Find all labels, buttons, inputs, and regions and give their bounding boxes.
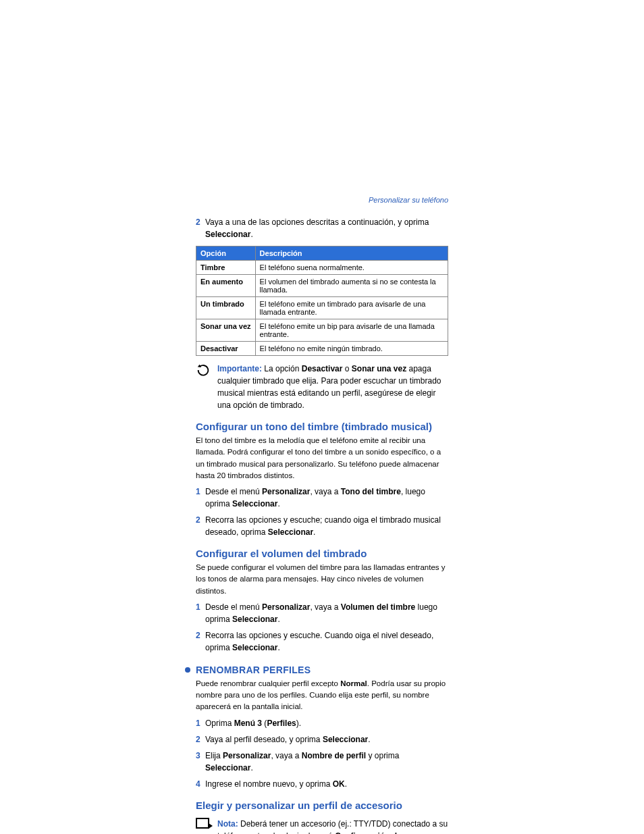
step: 4Ingrese el nombre nuevo, y oprima OK. <box>196 778 448 790</box>
step: 2Recorra las opciones y escuche. Cuando … <box>196 629 448 654</box>
step-text: Vaya a una de las opciones descritas a c… <box>205 216 448 240</box>
table-row: Sonar una vezEl teléfono emite un bip pa… <box>196 319 448 342</box>
heading-tono-timbre: Configurar un tono del timbre (timbrado … <box>196 421 448 432</box>
th-description: Descripción <box>255 246 448 261</box>
paragraph: El tono del timbre es la melodía que el … <box>196 435 448 481</box>
step-intro: 2 Vaya a una de las opciones descritas a… <box>196 216 448 240</box>
step: 3Elija Personalizar, vaya a Nombre de pe… <box>196 750 448 774</box>
paragraph: Puede renombrar cualquier perfil excepto… <box>196 678 448 713</box>
step: 1Desde el menú Personalizar, vaya a Volu… <box>196 601 448 625</box>
important-callout: Importante: La opción Desactivar o Sonar… <box>196 363 448 411</box>
table-row: En aumentoEl volumen del timbrado aument… <box>196 275 448 297</box>
breadcrumb: Personalizar su teléfono <box>196 196 448 204</box>
important-label: Importante: <box>217 364 264 373</box>
th-option: Opción <box>196 246 256 261</box>
svg-rect-0 <box>196 818 209 828</box>
table-row: TimbreEl teléfono suena normalmente. <box>196 261 448 275</box>
note-icon <box>196 818 217 835</box>
paragraph: Se puede configurar el volumen del timbr… <box>196 562 448 597</box>
section-heading-renombrar: RENOMBRAR PERFILES <box>196 664 448 675</box>
bullet-icon <box>185 667 190 673</box>
note-callout: Nota: Deberá tener un accesorio (ej.: TT… <box>196 818 448 835</box>
heading-perfil-accesorio: Elegir y personalizar un perfil de acces… <box>196 800 448 811</box>
heading-volumen-timbrado: Configurar el volumen del timbrado <box>196 548 448 559</box>
table-row: Un timbradoEl teléfono emite un timbrado… <box>196 297 448 319</box>
step: 1Oprima Menú 3 (Perfiles). <box>196 717 448 729</box>
step-number: 2 <box>196 216 205 240</box>
options-table: Opción Descripción TimbreEl teléfono sue… <box>196 246 448 356</box>
table-row: DesactivarEl teléfono no emite ningún ti… <box>196 342 448 356</box>
note-label: Nota: <box>217 819 240 829</box>
step: 2Recorra las opciones y escuche; cuando … <box>196 514 448 538</box>
step: 1Desde el menú Personalizar, vaya a Tono… <box>196 486 448 510</box>
step: 2Vaya al perfil deseado, y oprima Selecc… <box>196 733 448 746</box>
circle-arrow-icon <box>196 363 217 411</box>
